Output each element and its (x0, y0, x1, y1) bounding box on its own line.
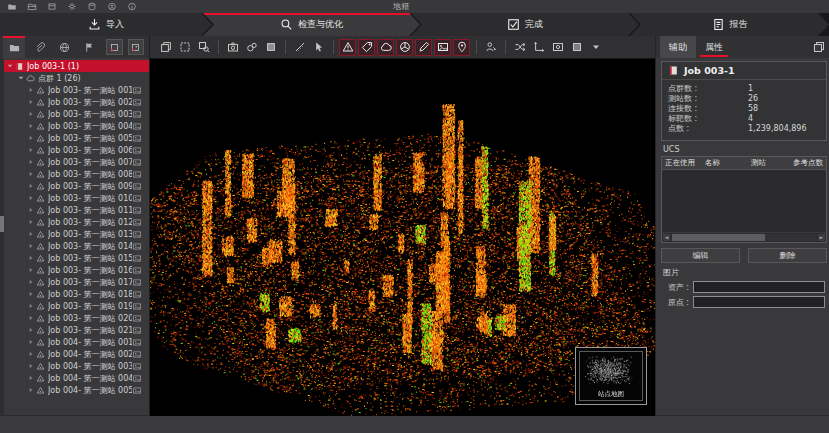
arrow-right-icon[interactable] (27, 110, 35, 118)
arrow-right-icon[interactable] (27, 158, 35, 166)
tree-item-station[interactable]: Job 003- 第一测站 011 (2) (0, 204, 149, 216)
ucs-column-header[interactable]: 参考点数 (790, 158, 826, 168)
photo-icon[interactable] (132, 98, 142, 107)
arrow-right-icon[interactable] (27, 146, 35, 154)
scroll-right-arrow-icon[interactable]: ► (818, 234, 825, 241)
zoom-window-button[interactable] (195, 39, 212, 56)
ucs-horizontal-scrollbar[interactable]: ◄ ► (662, 232, 826, 242)
axes-button[interactable] (530, 39, 547, 56)
info-icon[interactable] (126, 2, 138, 11)
arrow-right-icon[interactable] (27, 374, 35, 382)
photo-icon[interactable] (132, 158, 142, 167)
photo-icon[interactable] (132, 326, 142, 335)
tree-item-station[interactable]: Job 003- 第一测站 013 (4) (0, 228, 149, 240)
ucs-column-header[interactable]: 正在使用 (662, 158, 702, 168)
tree-item-station[interactable]: Job 004- 第一测站 001 (3) (0, 336, 149, 348)
copy-button[interactable] (157, 39, 174, 56)
photo-icon[interactable] (132, 362, 142, 371)
warning-button[interactable] (339, 39, 356, 56)
tree-item-station[interactable]: Job 003- 第一测站 016 (4) (0, 264, 149, 276)
scrollbar-thumb[interactable] (672, 234, 765, 241)
project-tab-flag[interactable] (78, 36, 100, 58)
project-tab-folder[interactable] (3, 36, 25, 58)
tree-item-job-root[interactable]: Job 003-1 (1) (0, 60, 149, 72)
tree-item-station[interactable]: Job 003- 第一测站 009 (3) (0, 180, 149, 192)
tree-item-station[interactable]: Job 003- 第一测站 010 (3) (0, 192, 149, 204)
ucs-column-header[interactable]: 测站 (748, 158, 790, 168)
cube-button[interactable] (262, 39, 279, 56)
tree-item-station[interactable]: Job 004- 第一测站 002 (6) (0, 348, 149, 360)
database-icon[interactable] (86, 2, 98, 11)
tree-item-station[interactable]: Job 003- 第一测站 007 (5) (0, 156, 149, 168)
arrow-down-icon[interactable] (6, 62, 14, 70)
layout-button[interactable] (810, 40, 828, 55)
photo-icon[interactable] (132, 122, 142, 131)
tree-item-station[interactable]: Job 003- 第一测站 001 (6) (0, 84, 149, 96)
arrow-right-icon[interactable] (27, 338, 35, 346)
arrow-right-icon[interactable] (27, 122, 35, 130)
spheres-button[interactable] (243, 39, 260, 56)
tree-item-station[interactable]: Job 003- 第一测站 005 (7) (0, 132, 149, 144)
tree-item-station[interactable]: Job 003- 第一测站 012 (5) (0, 216, 149, 228)
map-pin-button[interactable] (453, 39, 470, 56)
caret-down-button[interactable] (587, 39, 604, 56)
arrow-down-icon[interactable] (17, 74, 25, 82)
arrow-right-icon[interactable] (27, 266, 35, 274)
photo-icon[interactable] (132, 134, 142, 143)
tree-item-station[interactable]: Job 003- 第一测站 006 (4) (0, 144, 149, 156)
filter-images-button[interactable] (128, 39, 144, 55)
arrow-right-icon[interactable] (27, 302, 35, 310)
arrow-right-icon[interactable] (27, 386, 35, 394)
arrow-right-icon[interactable] (27, 218, 35, 226)
minimap[interactable]: 站点地图 (575, 347, 647, 405)
photo-icon[interactable] (132, 374, 142, 383)
arrow-right-icon[interactable] (27, 230, 35, 238)
photo-icon[interactable] (132, 146, 142, 155)
tree-item-station[interactable]: Job 004- 第一测站 004 (7) (0, 372, 149, 384)
edit-button[interactable]: 编辑 (661, 248, 740, 263)
folder-icon[interactable] (6, 2, 18, 11)
photo-icon[interactable] (132, 110, 142, 119)
photo-icon[interactable] (132, 230, 142, 239)
tree-item-station[interactable]: Job 003- 第一测站 003 (4) (0, 108, 149, 120)
tree-item-station[interactable]: Job 003- 第一测站 014 (4) (0, 240, 149, 252)
arrow-right-icon[interactable] (27, 362, 35, 370)
folder-open-icon[interactable] (26, 2, 38, 11)
tree-item-station[interactable]: Job 003- 第一测站 008 (2) (0, 168, 149, 180)
photo-icon[interactable] (132, 338, 142, 347)
photo-icon[interactable] (132, 278, 142, 287)
arrow-right-icon[interactable] (27, 278, 35, 286)
arrow-right-icon[interactable] (27, 134, 35, 142)
tree-item-station[interactable]: Job 003- 第一测站 004 (5) (0, 120, 149, 132)
photo-icon[interactable] (132, 206, 142, 215)
cloud-button[interactable] (377, 39, 394, 56)
tag-button[interactable] (358, 39, 375, 56)
tree-scrollbar[interactable] (0, 58, 4, 415)
camera-button[interactable] (224, 39, 241, 56)
arrow-right-icon[interactable] (27, 350, 35, 358)
image-button[interactable] (434, 39, 451, 56)
photo-icon[interactable] (132, 86, 142, 95)
photo-icon[interactable] (132, 254, 142, 263)
thumbnail-button[interactable] (568, 39, 585, 56)
tab-auxiliary[interactable]: 辅助 (660, 36, 696, 58)
ucs-column-header[interactable]: 名称 (702, 158, 748, 168)
tree-item-station[interactable]: Job 003- 第一测站 017 (3) (0, 276, 149, 288)
photo-icon[interactable] (132, 314, 142, 323)
tree-item-station[interactable]: Job 003- 第一测站 018 (4) (0, 288, 149, 300)
snapshot-button[interactable] (549, 39, 566, 56)
photo-icon[interactable] (132, 350, 142, 359)
ucs-table-body[interactable] (662, 170, 826, 232)
workflow-step-1[interactable]: 导入 (0, 13, 212, 36)
tree-item-station[interactable]: Job 003- 第一测站 002 (5) (0, 96, 149, 108)
photo-icon[interactable] (132, 218, 142, 227)
arrow-right-icon[interactable] (27, 254, 35, 262)
arrow-right-icon[interactable] (27, 314, 35, 322)
photo-icon[interactable] (132, 242, 142, 251)
project-tab-globe[interactable] (53, 36, 75, 58)
tree-item-station[interactable]: Job 003- 第一测站 020 (5) (0, 312, 149, 324)
photo-icon[interactable] (132, 386, 142, 395)
card-icon[interactable] (46, 2, 58, 11)
asset-field[interactable] (693, 281, 825, 293)
pencil-button[interactable] (415, 39, 432, 56)
